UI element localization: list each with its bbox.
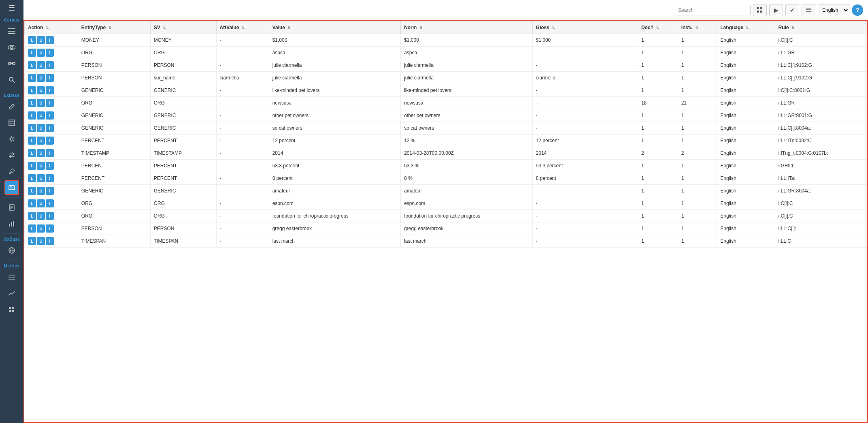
sidebar-settings-icon[interactable] (4, 132, 19, 146)
btn-l[interactable]: L (28, 187, 36, 195)
sort-rule[interactable]: ⇅ (791, 26, 795, 30)
sort-entitytype[interactable]: ⇅ (108, 26, 112, 30)
sidebar-transfer-icon[interactable] (4, 148, 19, 162)
btn-l[interactable]: L (28, 36, 36, 44)
sidebar-find-icon[interactable] (4, 180, 19, 195)
list-button[interactable] (802, 4, 815, 16)
language-select[interactable]: English Spanish French German (818, 4, 849, 16)
btn-u[interactable]: U (37, 99, 45, 107)
btn-i[interactable]: I (46, 36, 54, 44)
btn-i[interactable]: I (46, 174, 54, 182)
btn-l[interactable]: L (28, 74, 36, 82)
sidebar-view-icon[interactable] (4, 40, 19, 55)
btn-u[interactable]: U (37, 162, 45, 170)
btn-l[interactable]: L (28, 149, 36, 157)
col-entitytype-header[interactable]: EntityType ⇅ (78, 21, 150, 34)
sidebar-list-icon[interactable] (4, 270, 19, 284)
sort-gloss[interactable]: ⇅ (552, 26, 555, 30)
sidebar-table-icon[interactable] (4, 115, 19, 130)
col-sv-header[interactable]: SV ⇅ (150, 21, 216, 34)
col-norm-header[interactable]: Norm ⇅ (401, 21, 532, 34)
col-attvalue-header[interactable]: AttValue ⇅ (216, 21, 269, 34)
sort-doc[interactable]: ⇅ (656, 26, 659, 30)
btn-i[interactable]: I (46, 49, 54, 57)
col-gloss-header[interactable]: Gloss ⇅ (532, 21, 638, 34)
btn-u[interactable]: U (37, 49, 45, 57)
sort-value[interactable]: ⇅ (287, 26, 291, 30)
btn-l[interactable]: L (28, 212, 36, 220)
btn-u[interactable]: U (37, 36, 45, 44)
btn-i[interactable]: I (46, 187, 54, 195)
btn-u[interactable]: U (37, 149, 45, 157)
btn-u[interactable]: U (37, 174, 45, 182)
col-value-header[interactable]: Value ⇅ (269, 21, 400, 34)
btn-u[interactable]: U (37, 224, 45, 233)
sidebar-chart-icon[interactable] (4, 216, 19, 231)
sv-cell: GENERIC (150, 84, 216, 97)
play-button[interactable]: ▶ (769, 4, 783, 16)
btn-l[interactable]: L (28, 162, 36, 170)
btn-i[interactable]: I (46, 237, 54, 245)
sidebar-doc-icon[interactable] (4, 200, 19, 215)
sort-language[interactable]: ⇅ (746, 26, 749, 30)
sidebar-menu-icon[interactable] (4, 24, 19, 38)
sidebar-tool-icon[interactable] (4, 164, 19, 179)
btn-u[interactable]: U (37, 137, 45, 145)
btn-u[interactable]: U (37, 86, 45, 94)
btn-i[interactable]: I (46, 137, 54, 145)
btn-u[interactable]: U (37, 199, 45, 207)
btn-i[interactable]: I (46, 86, 54, 94)
btn-i[interactable]: I (46, 224, 54, 233)
btn-i[interactable]: I (46, 199, 54, 207)
col-doc-header[interactable]: Doc# ⇅ (638, 21, 678, 34)
sidebar-edit-icon[interactable] (4, 99, 19, 114)
btn-i[interactable]: I (46, 162, 54, 170)
btn-u[interactable]: U (37, 237, 45, 245)
col-action-header[interactable]: Action ⇅ (25, 21, 78, 34)
col-language-header[interactable]: Language ⇅ (717, 21, 775, 34)
btn-l[interactable]: L (28, 61, 36, 69)
sidebar-link-icon[interactable] (4, 56, 19, 71)
hamburger-icon[interactable]: ☰ (0, 0, 23, 16)
sort-action[interactable]: ⇅ (46, 26, 49, 30)
btn-l[interactable]: L (28, 86, 36, 94)
btn-l[interactable]: L (28, 174, 36, 182)
btn-i[interactable]: I (46, 149, 54, 157)
sidebar-globe-icon[interactable] (4, 243, 19, 258)
btn-l[interactable]: L (28, 199, 36, 207)
sort-norm[interactable]: ⇅ (419, 26, 423, 30)
search-input[interactable] (674, 5, 751, 15)
btn-l[interactable]: L (28, 99, 36, 107)
sort-attvalue[interactable]: ⇅ (242, 26, 245, 30)
btn-l[interactable]: L (28, 49, 36, 57)
check-button[interactable]: ✔ (785, 4, 799, 16)
btn-u[interactable]: U (37, 212, 45, 220)
col-rule-header[interactable]: Rule ⇅ (775, 21, 867, 34)
btn-u[interactable]: U (37, 61, 45, 69)
sort-sv[interactable]: ⇅ (163, 26, 166, 30)
btn-l[interactable]: L (28, 111, 36, 120)
btn-i[interactable]: I (46, 111, 54, 120)
col-inst-header[interactable]: Inst# ⇅ (678, 21, 717, 34)
btn-l[interactable]: L (28, 124, 36, 132)
btn-i[interactable]: I (46, 61, 54, 69)
sidebar-grid-icon[interactable] (4, 302, 19, 317)
help-button[interactable]: ? (852, 4, 863, 16)
btn-l[interactable]: L (28, 137, 36, 145)
btn-i[interactable]: I (46, 124, 54, 132)
btn-i[interactable]: I (46, 74, 54, 82)
sidebar-search-icon[interactable] (4, 73, 19, 87)
grid-view-button[interactable] (753, 4, 767, 16)
btn-i[interactable]: I (46, 212, 54, 220)
btn-u[interactable]: U (37, 187, 45, 195)
sidebar-trend-icon[interactable] (4, 286, 19, 301)
btn-l[interactable]: L (28, 237, 36, 245)
btn-u[interactable]: U (37, 74, 45, 82)
btn-i[interactable]: I (46, 99, 54, 107)
btn-l[interactable]: L (28, 224, 36, 233)
data-table-container[interactable]: Action ⇅ EntityType ⇅ SV ⇅ AttValue ⇅ (23, 20, 868, 423)
sv-cell: PERSON (150, 59, 216, 72)
btn-u[interactable]: U (37, 124, 45, 132)
btn-u[interactable]: U (37, 111, 45, 120)
sort-inst[interactable]: ⇅ (695, 26, 698, 30)
